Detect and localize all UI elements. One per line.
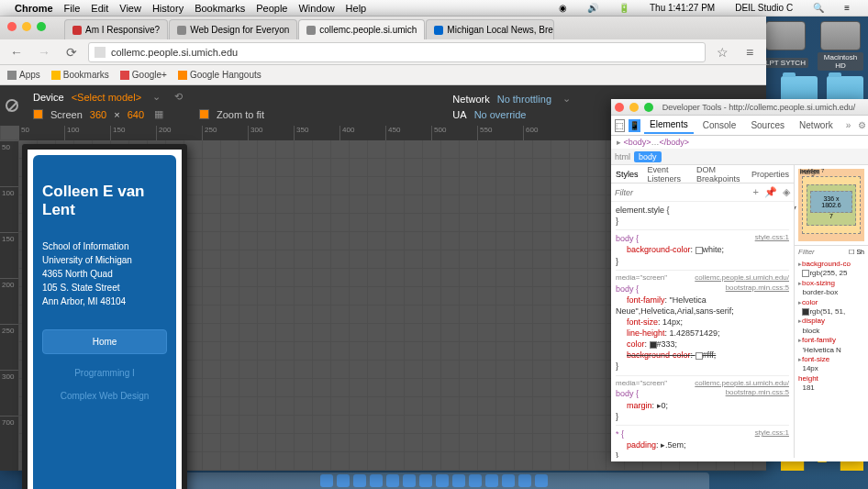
inspect-icon[interactable]: ⬚ <box>615 119 625 132</box>
dropdown-icon[interactable]: ⌄ <box>559 92 573 106</box>
tab-sources[interactable]: Sources <box>745 117 790 133</box>
user-menu[interactable]: DEIL Studio C <box>735 3 793 13</box>
browser-tab[interactable]: Web Design for Everyon <box>169 19 297 39</box>
devtools-window: Developer Tools - http://collemc.people.… <box>611 99 868 461</box>
menu-people[interactable]: People <box>256 3 287 14</box>
menu-view[interactable]: View <box>119 3 141 14</box>
devtools-tabs: ⬚ 📱 Elements Console Sources Network » ⚙ <box>611 116 868 136</box>
show-all-checkbox[interactable]: ☐ Sh <box>849 249 864 256</box>
subtab-listeners[interactable]: Event Listeners <box>643 165 693 186</box>
menu-file[interactable]: File <box>64 3 81 14</box>
width-input[interactable]: 360 <box>90 109 106 120</box>
zoom-button[interactable] <box>644 103 653 112</box>
browser-toolbar: ← → ⟳ collemc.people.si.umich.edu ☆ ≡ <box>0 39 766 65</box>
forward-button[interactable]: → <box>33 42 55 62</box>
dimension-x: × <box>114 109 119 120</box>
styles-subtabs: Styles Event Listeners DOM Breakpoints P… <box>611 165 794 183</box>
drive-icon[interactable]: LPT SYTCH <box>762 21 808 72</box>
battery-icon[interactable]: 🔋 <box>618 3 629 13</box>
ua-value[interactable]: No override <box>474 109 527 120</box>
simulated-page[interactable]: Colleen E van Lent School of Information… <box>28 150 182 489</box>
tab-network[interactable]: Network <box>794 117 839 133</box>
box-model[interactable]: margin border padding 7 7 336 x 1802.6 7 <box>795 165 868 245</box>
close-window-button[interactable] <box>7 22 17 31</box>
devtools-title: Developer Tools - http://collemc.people.… <box>653 103 864 112</box>
menu-bookmarks[interactable]: Bookmarks <box>195 3 245 14</box>
styles-filter-input[interactable] <box>615 188 661 197</box>
bookmark-item[interactable]: Bookmarks <box>51 70 109 80</box>
device-mode-icon[interactable]: 📱 <box>629 119 640 132</box>
styles-filter-row: + 📌 ◈ <box>611 183 794 202</box>
menu-window[interactable]: Window <box>298 3 334 14</box>
browser-tab[interactable]: Am I Responsive? <box>64 19 168 39</box>
zoom-checkbox[interactable] <box>199 109 209 119</box>
drive-icon[interactable]: Macintosh HD <box>818 21 863 72</box>
toggle-state-icon[interactable]: ◈ <box>783 186 790 198</box>
page-heading: Colleen E van Lent <box>42 183 167 220</box>
menu-help[interactable]: Help <box>346 3 367 14</box>
height-input[interactable]: 640 <box>128 109 144 120</box>
browser-tab[interactable]: Michigan Local News, Bre <box>426 19 554 39</box>
rotate-icon[interactable]: ⟲ <box>171 90 185 105</box>
volume-icon[interactable]: 🔊 <box>587 3 598 13</box>
device-label: Device <box>33 92 64 103</box>
notifications-icon[interactable]: ≡ <box>844 3 850 13</box>
device-frame: Colleen E van Lent School of Information… <box>22 144 187 489</box>
dom-tree-line[interactable]: ▸ <body>…</body> <box>611 136 868 149</box>
nav-home-button[interactable]: Home <box>42 329 167 354</box>
breadcrumb-html[interactable]: html <box>615 152 630 161</box>
bookmark-item[interactable]: Google Hangouts <box>178 70 262 80</box>
screen-checkbox[interactable] <box>33 109 43 119</box>
computed-panel: margin border padding 7 7 336 x 1802.6 7 <box>795 165 868 458</box>
subtab-properties[interactable]: Properties <box>747 167 794 182</box>
screen-label: Screen <box>50 109 83 120</box>
computed-filter-input[interactable] <box>798 248 826 256</box>
chrome-menu-icon[interactable]: ≡ <box>739 42 761 62</box>
wifi-icon[interactable]: ◉ <box>559 3 567 13</box>
computed-properties[interactable]: ▸background-co rgb(255, 25 ▸box-sizing b… <box>795 258 868 395</box>
throttle-select[interactable]: No throttling <box>497 94 551 105</box>
back-button[interactable]: ← <box>6 42 28 62</box>
minimize-window-button[interactable] <box>22 22 31 31</box>
dock[interactable] <box>159 472 709 489</box>
subtab-styles[interactable]: Styles <box>611 167 643 182</box>
nav-link[interactable]: Programming I <box>42 361 167 384</box>
browser-tab-active[interactable]: collemc.people.si.umich <box>298 19 425 39</box>
settings-icon[interactable]: ⚙ <box>858 120 866 130</box>
clock[interactable]: Thu 1:41:27 PM <box>650 3 715 13</box>
dropdown-icon[interactable]: ⌄ <box>149 90 163 105</box>
breadcrumb-body[interactable]: body <box>634 151 662 162</box>
vertical-ruler: 50100150200250300700 <box>0 140 18 471</box>
close-button[interactable] <box>615 103 624 112</box>
subtab-breakpoints[interactable]: DOM Breakpoints <box>692 165 747 186</box>
app-menu[interactable]: Chrome <box>15 3 53 14</box>
css-rules[interactable]: element.style { } style.css:1body { back… <box>611 202 794 458</box>
contact-info: School of Information University of Mich… <box>42 240 167 309</box>
bookmark-item[interactable]: Google+ <box>120 70 167 80</box>
bookmark-star-icon[interactable]: ☆ <box>711 42 733 62</box>
pin-icon[interactable]: 📌 <box>764 186 777 198</box>
spotlight-icon[interactable]: 🔍 <box>813 3 824 13</box>
zoom-window-button[interactable] <box>37 22 46 31</box>
nav-link[interactable]: Complex Web Design <box>42 384 167 407</box>
zoom-label: Zoom to fit <box>217 109 264 120</box>
tab-elements[interactable]: Elements <box>644 117 694 134</box>
bookmark-item[interactable]: Apps <box>7 70 40 80</box>
devtools-titlebar[interactable]: Developer Tools - http://collemc.people.… <box>611 99 868 116</box>
menu-edit[interactable]: Edit <box>91 3 108 14</box>
dom-breadcrumb[interactable]: html body <box>611 149 868 165</box>
address-bar[interactable]: collemc.people.si.umich.edu <box>88 42 706 62</box>
device-select[interactable]: <Select model> <box>72 92 141 103</box>
reload-button[interactable]: ⟳ <box>61 42 83 62</box>
dpr-icon[interactable]: ▦ <box>151 107 166 122</box>
no-entry-icon[interactable] <box>6 99 18 112</box>
page-icon <box>95 47 106 58</box>
bookmarks-bar: Apps Bookmarks Google+ Google Hangouts <box>0 65 766 85</box>
tab-console[interactable]: Console <box>697 117 742 133</box>
more-tabs-icon[interactable]: » <box>842 120 855 130</box>
add-rule-icon[interactable]: + <box>753 186 759 198</box>
menu-history[interactable]: History <box>152 3 184 14</box>
minimize-button[interactable] <box>629 103 639 112</box>
styles-panel: Styles Event Listeners DOM Breakpoints P… <box>611 165 795 458</box>
mac-menubar: Chrome File Edit View History Bookmarks … <box>0 0 868 17</box>
